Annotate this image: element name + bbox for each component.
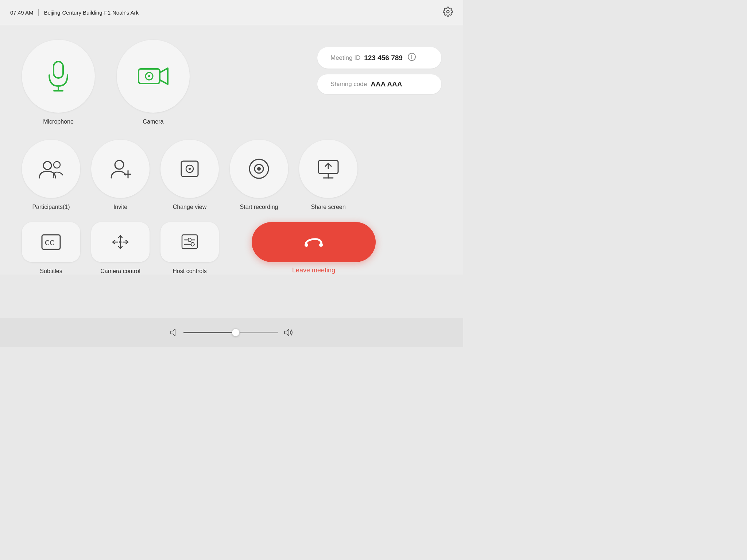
start-recording-button[interactable]: Start recording (230, 140, 288, 210)
meeting-id-card[interactable]: Meeting ID 123 456 789 (317, 47, 441, 69)
header: 07:49 AM Beijing-Century Building-F1-Noa… (0, 0, 463, 25)
host-controls-button[interactable]: Host controls (160, 222, 219, 275)
camera-control-button[interactable]: Camera control (91, 222, 150, 275)
meeting-id-value: 123 456 789 (364, 54, 403, 62)
svg-point-10 (43, 162, 51, 170)
volume-high-icon (283, 328, 294, 337)
host-controls-box (160, 222, 219, 262)
svg-point-31 (119, 241, 121, 243)
subtitles-label: Subtitles (40, 268, 62, 275)
share-screen-circle (299, 140, 357, 198)
bottom-bar (0, 318, 463, 347)
svg-rect-1 (54, 62, 63, 78)
meeting-id-label: Meeting ID (330, 54, 360, 62)
camera-control-label: Camera control (100, 268, 140, 275)
svg-marker-39 (171, 329, 175, 336)
svg-rect-34 (188, 238, 191, 242)
microphone-button[interactable]: Microphone (22, 40, 95, 125)
invite-label: Invite (113, 204, 127, 210)
share-screen-button[interactable]: Share screen (299, 140, 357, 210)
leave-meeting-wrap: Leave meeting (252, 222, 376, 274)
sharing-code-card[interactable]: Sharing code AAA AAA (317, 74, 441, 94)
svg-point-11 (54, 162, 60, 168)
volume-control[interactable] (170, 328, 294, 337)
microphone-label: Microphone (43, 118, 74, 125)
svg-text:CC: CC (45, 239, 54, 246)
sharing-code-value: AAA AAA (371, 80, 402, 88)
participants-label: Participants(1) (32, 204, 70, 210)
svg-point-38 (319, 243, 323, 247)
svg-point-20 (257, 167, 261, 171)
participants-circle (22, 140, 80, 198)
camera-control-box (91, 222, 150, 262)
main-content: Microphone Camera Meeting ID 1 (0, 25, 463, 275)
header-divider (38, 9, 39, 16)
svg-rect-36 (191, 242, 194, 246)
share-screen-label: Share screen (311, 204, 345, 210)
volume-slider-fill (183, 332, 236, 333)
svg-point-6 (148, 75, 150, 77)
change-view-label: Change view (173, 204, 207, 210)
volume-low-icon (170, 328, 178, 337)
invite-circle (91, 140, 150, 198)
svg-point-37 (305, 243, 308, 247)
svg-point-0 (447, 11, 449, 13)
volume-slider-thumb[interactable] (232, 328, 240, 337)
leave-meeting-label: Leave meeting (292, 267, 335, 274)
bottom-row: CC Subtitles (22, 222, 441, 275)
svg-point-12 (115, 160, 124, 169)
mid-row: Participants(1) Invite (22, 140, 441, 210)
camera-button[interactable]: Camera (117, 40, 190, 125)
change-view-button[interactable]: Change view (160, 140, 219, 210)
meeting-info: Meeting ID 123 456 789 Sharing code AAA … (317, 47, 441, 94)
camera-label: Camera (143, 118, 164, 125)
settings-icon[interactable] (443, 7, 453, 18)
start-recording-circle (230, 140, 288, 198)
sharing-code-label: Sharing code (330, 81, 367, 88)
invite-button[interactable]: Invite (91, 140, 150, 210)
info-icon (408, 53, 416, 63)
top-row: Microphone Camera Meeting ID 1 (22, 40, 441, 125)
start-recording-label: Start recording (240, 204, 278, 210)
subtitles-button[interactable]: CC Subtitles (22, 222, 80, 275)
svg-marker-40 (285, 329, 289, 336)
header-left: 07:49 AM Beijing-Century Building-F1-Noa… (10, 9, 139, 16)
change-view-circle (160, 140, 219, 198)
participants-button[interactable]: Participants(1) (22, 140, 80, 210)
room-name: Beijing-Century Building-F1-Noah's Ark (44, 9, 139, 16)
time-display: 07:49 AM (10, 9, 33, 16)
microphone-circle (22, 40, 95, 113)
leave-meeting-button[interactable] (252, 222, 376, 262)
subtitles-box: CC (22, 222, 80, 262)
volume-slider-track[interactable] (183, 332, 278, 333)
svg-point-17 (189, 168, 191, 170)
camera-circle (117, 40, 190, 113)
host-controls-label: Host controls (173, 268, 206, 275)
svg-point-9 (411, 55, 412, 56)
